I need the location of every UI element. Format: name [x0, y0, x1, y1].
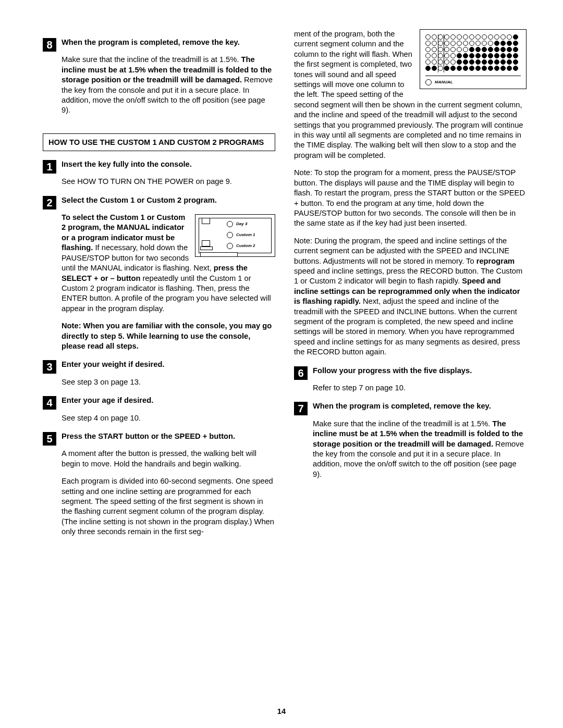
step-number-box: 5: [43, 432, 56, 446]
page-number: 14: [0, 707, 563, 715]
step-2: 2 Select the Custom 1 or Custom 2 progra…: [43, 195, 275, 352]
step-paragraph: A moment after the button is pressed, th…: [62, 449, 275, 469]
step-6: 6 Follow your progress with the five dis…: [294, 366, 527, 393]
indicator-icon: [227, 243, 233, 249]
step-7: 7 When the program is completed, remove …: [294, 401, 527, 479]
step-paragraph: See HOW TO TURN ON THE POWER on page 9.: [62, 177, 275, 187]
step-8: 8 When the program is completed, remove …: [43, 38, 275, 116]
step-title: When the program is completed, remove th…: [313, 401, 527, 411]
step-title: Follow your progress with the five displ…: [313, 366, 527, 376]
step-number-box: 3: [43, 360, 56, 374]
indicator-icon: [227, 232, 233, 238]
step-paragraph: Each program is divided into 60-second s…: [62, 476, 275, 537]
step-number-box: 7: [294, 402, 308, 415]
step-5: 5 Press the START button or the SPEED + …: [43, 431, 275, 537]
step-paragraph: Make sure that the incline of the treadm…: [313, 419, 527, 479]
right-column: MANUAL ment of the program, both the cur…: [294, 29, 527, 537]
step-paragraph: See step 3 on page 13.: [62, 377, 275, 387]
step-paragraph: Make sure that the incline of the treadm…: [62, 55, 275, 115]
manual-label: MANUAL: [435, 80, 453, 85]
step-title: When the program is completed, remove th…: [62, 38, 275, 47]
step-number-box: 1: [43, 160, 56, 174]
step-number-box: 4: [43, 396, 56, 410]
option-label: Custom 2: [236, 243, 255, 249]
step-number-box: 6: [294, 366, 308, 380]
console-diagram: Day 3 Custom 1 Custom 2: [195, 214, 275, 257]
step-note: Note: When you are familiar with the con…: [62, 321, 275, 351]
step-paragraph: See step 4 on page 10.: [62, 413, 275, 423]
continuation-paragraph: MANUAL ment of the program, both the cur…: [294, 29, 527, 161]
indicator-icon: [425, 79, 432, 85]
program-profile-diagram: MANUAL: [420, 29, 527, 89]
left-column: 8 When the program is completed, remove …: [43, 29, 275, 537]
note-paragraph: Note: During the program, the speed and …: [294, 236, 527, 357]
section-box-heading: HOW TO USE THE CUSTOM 1 AND CUSTOM 2 PRO…: [43, 133, 275, 151]
step-title: Select the Custom 1 or Custom 2 program.: [62, 195, 275, 205]
step-paragraph: Day 3 Custom 1 Custom 2 To select: [62, 213, 275, 314]
step-4: 4 Enter your age if desired. See step 4 …: [43, 396, 275, 423]
step-3: 3 Enter your weight if desired. See step…: [43, 360, 275, 387]
step-paragraph: Refer to step 7 on page 10.: [313, 383, 527, 393]
option-label: Custom 1: [236, 232, 255, 238]
step-number-box: 2: [43, 196, 56, 209]
step-number-box: 8: [43, 38, 56, 52]
indicator-icon: [227, 221, 233, 227]
note-paragraph: Note: To stop the program for a moment, …: [294, 168, 527, 228]
option-label: Day 3: [236, 221, 247, 227]
step-1: 1 Insert the key fully into the console.…: [43, 159, 275, 187]
step-title: Enter your weight if desired.: [62, 360, 275, 369]
step-title: Insert the key fully into the console.: [62, 159, 275, 169]
step-title: Enter your age if desired.: [62, 396, 275, 405]
step-title: Press the START button or the SPEED + bu…: [62, 431, 275, 441]
